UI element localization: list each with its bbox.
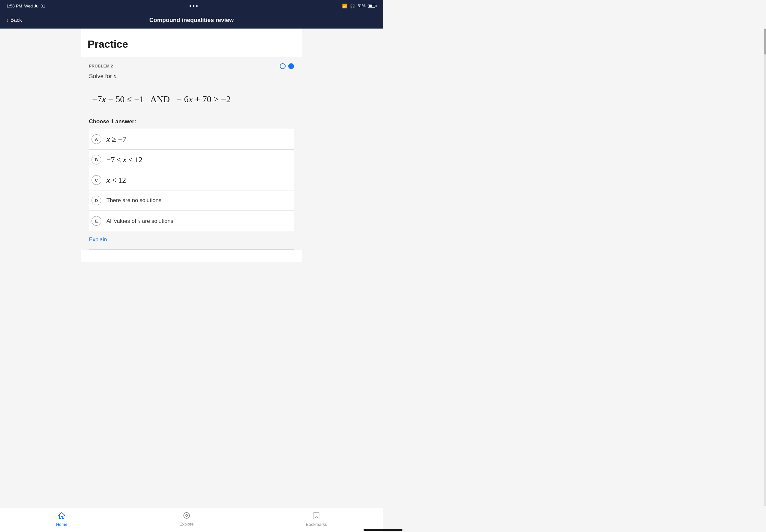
answer-circle-b: B [91,155,101,164]
back-button[interactable]: ‹ Back [6,17,22,23]
answer-item-b[interactable]: B −7 ≤ x < 12 [89,150,294,170]
page-title: Practice [81,38,302,57]
top-nav: ‹ Back Compound inequalities review [0,12,383,29]
status-right: 📶 🎧 51% [342,4,376,8]
problem-card: PROBLEM 2 Solve for x. −7x − 50 ≤ −1 AND… [81,57,302,250]
answer-item-d[interactable]: D There are no solutions [89,190,294,211]
answer-text-e: All values of x are solutions [106,217,173,224]
explain-link[interactable]: Explain [89,231,107,249]
equation: −7x − 50 ≤ −1 AND − 6x + 70 > −2 [92,93,294,105]
status-bar: 1:58 PM Wed Jul 31 📶 🎧 51% [0,0,383,12]
nav-title: Compound inequalities review [149,17,234,24]
answer-text-b: −7 ≤ x < 12 [106,155,142,164]
answer-text-a: x ≥ −7 [106,135,126,144]
choose-label: Choose 1 answer: [89,113,294,129]
answer-choices: A x ≥ −7 B −7 ≤ x < 12 C x < 12 D There … [89,129,294,231]
problem-label: PROBLEM 2 [89,64,113,68]
problem-header: PROBLEM 2 [89,63,294,69]
status-left: 1:58 PM Wed Jul 31 [6,4,45,8]
answer-item-a[interactable]: A x ≥ −7 [89,129,294,149]
progress-dot-2 [288,63,294,69]
answer-circle-e: E [91,216,101,226]
answer-text-c: x < 12 [106,176,126,185]
variable-x: x [114,73,116,79]
battery-icon [368,4,376,8]
answer-circle-d: D [91,196,101,205]
dot-2 [193,5,194,7]
main-content: Practice PROBLEM 2 Solve for x. −7x − 50… [81,29,302,262]
progress-dots [280,63,294,69]
solve-instruction: Solve for x. [89,73,294,80]
answer-item-c[interactable]: C x < 12 [89,170,294,190]
headphone-icon: 🎧 [350,4,355,8]
date-display: Wed Jul 31 [24,4,45,8]
status-center [189,5,198,7]
answer-circle-c: C [91,175,101,185]
progress-dot-1 [280,63,286,69]
time-display: 1:58 PM [6,4,22,8]
back-chevron-icon: ‹ [6,17,8,23]
back-label: Back [10,17,22,23]
equation-block: −7x − 50 ≤ −1 AND − 6x + 70 > −2 [89,86,294,113]
answer-item-e[interactable]: E All values of x are solutions [89,211,294,231]
dot-1 [189,5,191,7]
answer-circle-a: A [91,134,101,144]
wifi-icon: 📶 [342,4,347,8]
battery-percent: 51% [358,4,365,8]
answer-text-d: There are no solutions [106,197,161,204]
divider-bottom [89,249,294,250]
dot-3 [196,5,198,7]
